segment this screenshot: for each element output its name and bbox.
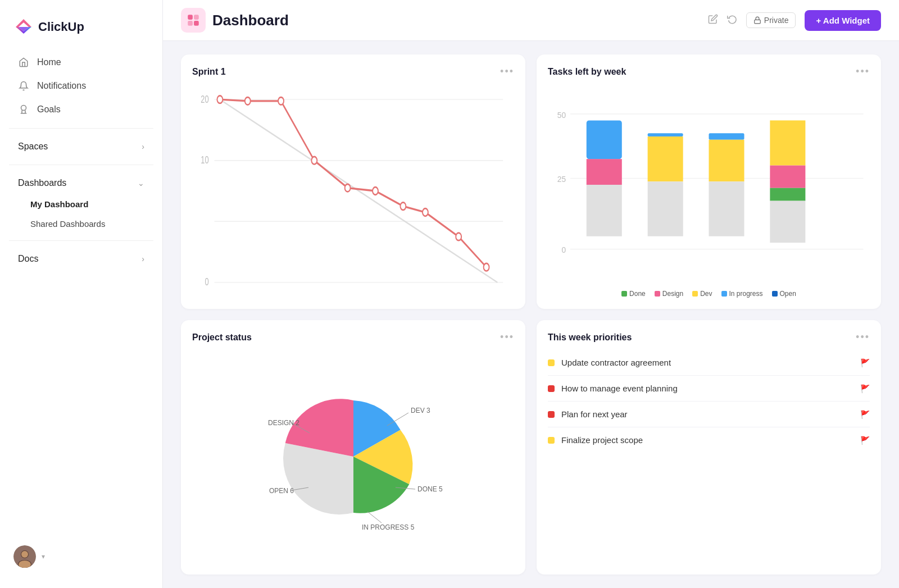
spaces-label: Spaces (18, 142, 48, 152)
svg-point-24 (278, 97, 284, 105)
legend-label-done: Done (629, 290, 646, 298)
priority-item-2: Plan for next year 🚩 (548, 402, 870, 427)
svg-rect-48 (770, 120, 805, 165)
tasks-widget: Tasks left by week ••• 50 25 0 (537, 54, 881, 309)
user-avatar[interactable] (13, 545, 36, 568)
svg-point-25 (311, 157, 317, 165)
page-header: Dashboard Private + Add Widget (163, 0, 899, 41)
sidebar-item-home[interactable]: Home (4, 51, 158, 74)
legend-label-inprogress: In progress (729, 290, 763, 298)
priority-dot-2 (548, 411, 555, 418)
svg-text:DEV 3: DEV 3 (411, 407, 430, 414)
priority-item-1: How to manage event planning 🚩 (548, 376, 870, 402)
priority-text-0: Update contractor agreement (561, 358, 853, 367)
priority-dot-0 (548, 359, 555, 366)
svg-text:50: 50 (557, 111, 566, 120)
sidebar-item-goals[interactable]: Goals (4, 98, 158, 121)
svg-point-26 (345, 184, 351, 192)
spaces-chevron-icon: › (142, 142, 144, 151)
svg-rect-39 (587, 159, 622, 185)
svg-rect-13 (755, 20, 761, 23)
sprint-menu-icon[interactable]: ••• (500, 66, 514, 78)
sidebar-item-docs[interactable]: Docs › (4, 248, 158, 270)
svg-rect-49 (770, 166, 805, 188)
priority-text-3: Finalize project scope (561, 435, 853, 445)
nav-divider-1 (9, 128, 153, 129)
legend-dot-dev (692, 291, 698, 297)
tasks-widget-header: Tasks left by week ••• (548, 66, 870, 78)
svg-line-21 (220, 99, 497, 282)
clickup-logo-icon (13, 17, 34, 37)
svg-rect-45 (709, 133, 744, 139)
home-label: Home (37, 57, 61, 67)
svg-rect-38 (587, 120, 622, 159)
svg-point-30 (456, 233, 461, 241)
notifications-icon (18, 80, 29, 92)
priority-dot-3 (548, 437, 555, 444)
svg-rect-9 (188, 15, 193, 20)
sidebar-item-dashboards[interactable]: Dashboards ⌄ (4, 172, 158, 194)
bar-chart-svg: 50 25 0 (548, 84, 870, 285)
priorities-widget: This week priorities ••• Update contract… (537, 320, 881, 575)
svg-text:0: 0 (561, 246, 566, 254)
priority-flag-0: 🚩 (860, 358, 870, 367)
svg-line-56 (367, 512, 382, 523)
sidebar-item-my-dashboard[interactable]: My Dashboard (4, 195, 158, 213)
priority-dot-1 (548, 385, 555, 392)
svg-rect-10 (194, 15, 199, 20)
private-badge[interactable]: Private (746, 12, 796, 28)
docs-chevron-icon: › (142, 254, 144, 263)
tasks-title: Tasks left by week (548, 67, 626, 77)
svg-rect-11 (188, 21, 193, 26)
svg-marker-0 (16, 19, 31, 27)
legend-label-dev: Dev (700, 290, 712, 298)
refresh-icon[interactable] (727, 14, 737, 27)
pie-chart-area: DEV 3 DONE 5 IN PROGRESS 5 OPEN 6 DESIGN… (192, 350, 514, 563)
sidebar-bottom: ▾ (0, 536, 162, 577)
dashboard-grid: Sprint 1 ••• 20 10 0 (163, 41, 899, 588)
nav-divider-3 (9, 240, 153, 241)
legend-design: Design (655, 290, 683, 298)
svg-rect-46 (709, 140, 744, 181)
page-title: Dashboard (212, 12, 701, 29)
header-actions: Private + Add Widget (708, 10, 881, 31)
priority-text-2: Plan for next year (561, 409, 853, 419)
pie-chart-svg: DEV 3 DONE 5 IN PROGRESS 5 OPEN 6 DESIGN… (258, 384, 449, 530)
sprint-svg: 20 10 0 (192, 84, 514, 298)
user-dropdown-icon[interactable]: ▾ (42, 553, 45, 560)
priority-text-1: How to manage event planning (561, 384, 853, 393)
bar-chart-area: 50 25 0 (548, 84, 870, 298)
svg-point-31 (484, 263, 489, 271)
project-menu-icon[interactable]: ••• (500, 331, 514, 343)
priority-item-0: Update contractor agreement 🚩 (548, 350, 870, 376)
legend-done: Done (621, 290, 646, 298)
legend-inprogress: In progress (721, 290, 763, 298)
legend-dot-inprogress (721, 291, 727, 297)
legend-dot-open (772, 291, 778, 297)
svg-text:OPEN 6: OPEN 6 (269, 487, 294, 495)
priorities-menu-icon[interactable]: ••• (856, 331, 870, 343)
logo-text: ClickUp (38, 20, 84, 34)
svg-point-23 (245, 97, 251, 105)
dashboards-chevron-icon: ⌄ (138, 179, 144, 188)
tasks-menu-icon[interactable]: ••• (856, 66, 870, 78)
priority-flag-1: 🚩 (860, 384, 870, 393)
sidebar-item-shared-dashboards[interactable]: Shared Dashboards (4, 215, 158, 233)
legend-dev: Dev (692, 290, 712, 298)
priority-list: Update contractor agreement 🚩 How to man… (548, 350, 870, 563)
logo-area: ClickUp (0, 11, 162, 51)
main-content: Dashboard Private + Add Widget Sprint 1 … (163, 0, 899, 588)
private-label: Private (764, 16, 789, 25)
add-widget-button[interactable]: + Add Widget (805, 10, 881, 31)
svg-rect-50 (770, 188, 805, 201)
edit-icon[interactable] (708, 14, 718, 27)
home-icon (18, 57, 29, 68)
legend-dot-done (621, 291, 627, 297)
goals-icon (18, 104, 29, 115)
sidebar-item-notifications[interactable]: Notifications (4, 75, 158, 97)
svg-rect-51 (770, 201, 805, 243)
svg-text:25: 25 (557, 175, 566, 184)
svg-point-22 (217, 95, 223, 103)
sidebar-item-spaces[interactable]: Spaces › (4, 136, 158, 157)
svg-text:DONE 5: DONE 5 (417, 485, 443, 493)
